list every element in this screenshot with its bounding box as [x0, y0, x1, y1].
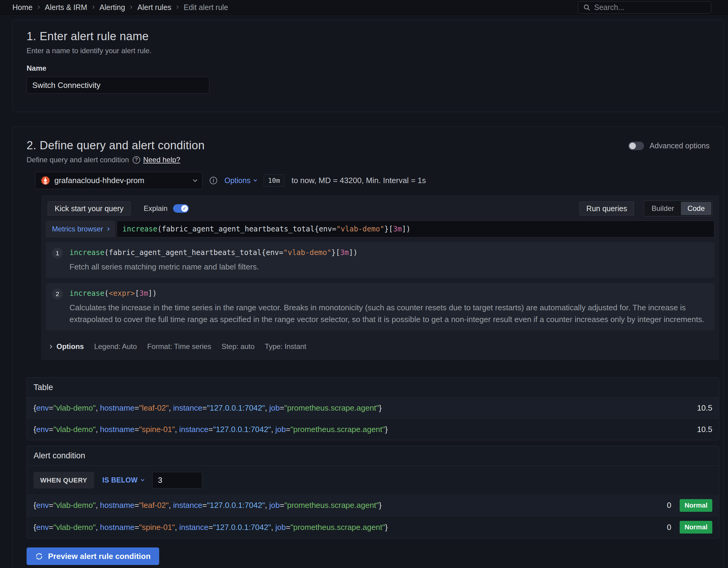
- step2-title: 2. Define query and alert condition: [27, 139, 205, 152]
- condition-controls: WHEN QUERY IS BELOW: [27, 466, 719, 495]
- search-box[interactable]: [578, 1, 711, 14]
- condition-row: {env="vlab-demo", hostname="spine-01", i…: [27, 516, 719, 538]
- topbar: Home › Alerts & IRM › Alerting › Alert r…: [0, 0, 728, 15]
- preview-alert-button[interactable]: Preview alert rule condition: [27, 547, 159, 565]
- info-icon[interactable]: i: [210, 177, 217, 184]
- breadcrumb-home[interactable]: Home: [12, 3, 33, 12]
- state-badge: Normal: [680, 499, 712, 512]
- breadcrumb-alert-rules[interactable]: Alert rules: [137, 3, 172, 12]
- explain-text: Fetch all series matching metric name an…: [69, 261, 358, 273]
- explain-item-1: 1 increase(fabric_agent_agent_heartbeats…: [46, 242, 714, 278]
- alert-condition-title: Alert condition: [27, 446, 719, 466]
- series-value: 10.5: [697, 403, 712, 413]
- table-row: {env="vlab-demo", hostname="leaf-02", in…: [27, 398, 719, 419]
- explain-text: Calculates the increase in the time seri…: [69, 302, 708, 325]
- explain-code: increase(<expr>[3m]): [69, 289, 708, 298]
- series-value: 0: [667, 523, 671, 532]
- name-label: Name: [27, 64, 711, 73]
- code-tab[interactable]: Code: [681, 202, 711, 215]
- advanced-options: Advanced options: [628, 141, 710, 150]
- chevron-right-icon: [106, 227, 110, 231]
- advanced-options-label: Advanced options: [649, 141, 710, 150]
- step2-panel: 2. Define query and alert condition Adva…: [12, 127, 724, 568]
- breadcrumb-separator-icon: ›: [92, 2, 95, 11]
- type-option: Type: Instant: [265, 342, 306, 351]
- format-option: Format: Time series: [147, 342, 211, 351]
- promql-query-input[interactable]: increase(fabric_agent_agent_heartbeats_t…: [117, 221, 714, 237]
- breadcrumb-edit-alert-rule: Edit alert rule: [184, 3, 228, 12]
- when-query-label: WHEN QUERY: [34, 472, 94, 489]
- series-value: 10.5: [697, 425, 712, 434]
- table-panel-title: Table: [27, 378, 719, 398]
- metrics-browser-button[interactable]: Metrics browser: [46, 221, 115, 237]
- series-labels: {env="vlab-demo", hostname="leaf-02", in…: [34, 501, 382, 510]
- builder-code-toggle: Builder Code: [644, 201, 713, 216]
- breadcrumb: Home › Alerts & IRM › Alerting › Alert r…: [12, 3, 228, 12]
- condition-row: {env="vlab-demo", hostname="leaf-02", in…: [27, 495, 719, 516]
- breadcrumb-separator-icon: ›: [176, 2, 179, 11]
- explain-step-number: 1: [52, 248, 63, 259]
- legend-option: Legend: Auto: [94, 342, 137, 351]
- explain-label: Explain: [144, 204, 168, 213]
- step1-panel: 1. Enter alert rule name Enter a name to…: [12, 20, 724, 112]
- breadcrumb-separator-icon: ›: [37, 2, 40, 11]
- time-range-text: to now, MD = 43200, Min. Interval = 1s: [292, 176, 426, 185]
- run-queries-button[interactable]: Run queries: [579, 202, 634, 215]
- table-panel: Table {env="vlab-demo", hostname="leaf-0…: [27, 377, 719, 440]
- check-icon: ✓: [181, 205, 188, 212]
- toggle-knob-icon: [629, 143, 636, 149]
- series-value: 0: [667, 501, 671, 510]
- prometheus-icon: [41, 176, 50, 185]
- chevron-right-icon: [48, 345, 52, 349]
- need-help-link[interactable]: ? Need help?: [133, 156, 180, 164]
- step1-subtitle: Enter a name to identify your alert rule…: [27, 47, 711, 55]
- chevron-down-icon: [193, 178, 197, 182]
- threshold-input[interactable]: [152, 472, 202, 489]
- page-content: 1. Enter alert rule name Enter a name to…: [0, 15, 728, 568]
- breadcrumb-separator-icon: ›: [130, 2, 133, 11]
- alert-condition-panel: Alert condition WHEN QUERY IS BELOW {env…: [27, 446, 719, 538]
- breadcrumb-alerting[interactable]: Alerting: [99, 3, 125, 12]
- query-editor: Kick start your query Explain ✓ Run quer…: [41, 195, 719, 360]
- datasource-picker[interactable]: grafanacloud-hhdev-prom: [35, 172, 202, 189]
- advanced-options-toggle[interactable]: [628, 142, 644, 150]
- help-circle-icon: ?: [133, 156, 140, 164]
- condition-operator-dropdown[interactable]: IS BELOW: [102, 476, 144, 484]
- explain-code: increase(fabric_agent_agent_heartbeats_t…: [69, 248, 358, 257]
- query-options-row: Options Legend: Auto Format: Time series…: [46, 336, 714, 356]
- datasource-name: grafanacloud-hhdev-prom: [54, 176, 144, 185]
- chevron-down-icon: [254, 178, 257, 181]
- explain-step-number: 2: [52, 289, 63, 299]
- step1-title: 1. Enter alert rule name: [27, 30, 711, 43]
- series-labels: {env="vlab-demo", hostname="spine-01", i…: [34, 425, 388, 434]
- explain-item-2: 2 increase(<expr>[3m]) Calculates the in…: [46, 283, 714, 330]
- query-options-expand[interactable]: Options: [49, 342, 84, 351]
- relative-time-badge: 10m: [264, 174, 284, 187]
- query-options-dropdown[interactable]: Options: [224, 176, 256, 185]
- kick-start-query-button[interactable]: Kick start your query: [48, 202, 130, 215]
- series-labels: {env="vlab-demo", hostname="spine-01", i…: [34, 523, 388, 532]
- refresh-icon: [35, 552, 43, 560]
- breadcrumb-alerts-irm[interactable]: Alerts & IRM: [45, 3, 87, 12]
- table-row: {env="vlab-demo", hostname="spine-01", i…: [27, 419, 719, 440]
- alert-name-input[interactable]: [27, 77, 209, 94]
- step-option: Step: auto: [221, 342, 254, 351]
- search-icon: [583, 4, 591, 11]
- builder-tab[interactable]: Builder: [645, 202, 681, 215]
- state-badge: Normal: [680, 521, 712, 534]
- search-input[interactable]: [594, 3, 706, 12]
- explain-toggle[interactable]: ✓: [173, 204, 189, 213]
- chevron-down-icon: [141, 478, 144, 481]
- step2-subtitle: Define query and alert condition: [27, 156, 129, 164]
- series-labels: {env="vlab-demo", hostname="leaf-02", in…: [34, 403, 382, 413]
